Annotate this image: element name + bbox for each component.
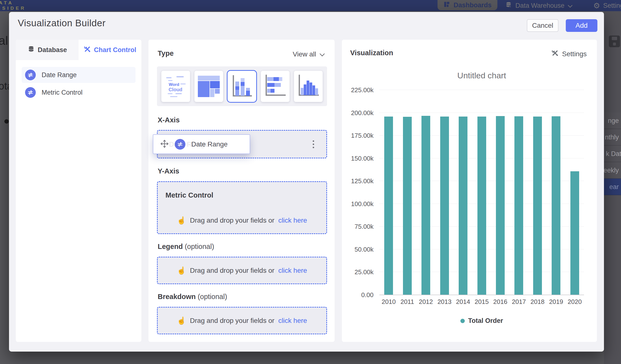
svg-text:Cloud: Cloud: [169, 87, 183, 92]
click-here-link[interactable]: click here: [278, 217, 307, 224]
panel-tabs: Database Chart Control: [16, 40, 141, 60]
chart-type-histogram[interactable]: [294, 71, 323, 102]
click-here-link[interactable]: click here: [278, 317, 307, 325]
chart-type-treemap[interactable]: [194, 71, 223, 102]
breakdown-dropzone[interactable]: ☝ Drag and drop your fields or click her…: [157, 307, 327, 334]
y-axis-label: Y-Axis: [158, 167, 179, 175]
y-axis-tick: 75.00k: [347, 223, 374, 230]
chart-title: Untitled chart: [379, 71, 584, 80]
chart-bar: [403, 117, 412, 295]
drop-hint: ☝ Drag and drop your fields or click her…: [158, 216, 326, 225]
legend-section-label: Legend (optional): [158, 243, 214, 251]
drop-hint: ☝ Drag and drop your fields or click her…: [177, 316, 307, 325]
tools-icon: [84, 46, 91, 54]
y-axis-zone-title: Metric Control: [165, 191, 213, 199]
drop-hint: ☝ Drag and drop your fields or click her…: [177, 266, 307, 275]
click-here-link[interactable]: click here: [278, 267, 307, 275]
gridline: [379, 90, 584, 90]
legend-label: Total Order: [468, 317, 503, 325]
background-text-fragment: al: [0, 34, 8, 48]
dashboard-grid-icon: [443, 1, 450, 10]
x-axis-tick: 2020: [564, 298, 586, 306]
chart-type-stacked-column[interactable]: [227, 71, 256, 102]
chart-bar: [533, 117, 542, 295]
nav-data-warehouse[interactable]: Data Warehouse: [505, 0, 572, 11]
chart-bar: [421, 116, 430, 295]
settings-button[interactable]: Settings: [552, 49, 587, 58]
modal-title: Visualization Builder: [18, 18, 106, 29]
background-dropdown-item[interactable]: k Date: [604, 145, 621, 162]
fields-panel: Database Chart Control Date Range: [16, 40, 141, 342]
move-icon: [160, 139, 169, 150]
gridline: [379, 113, 584, 113]
chart-type-stacked-bar[interactable]: [261, 71, 290, 102]
app-logo: DATA INSIDER: [0, 0, 26, 11]
field-chip-date-range[interactable]: Date Range Date Range: [153, 134, 250, 154]
background-bullet: [4, 119, 9, 124]
visualization-header: Visualization: [350, 49, 393, 57]
top-nav: DATA INSIDER Dashboards Data Warehouse ⚙…: [0, 0, 621, 11]
database-icon: [505, 1, 512, 10]
background-dropdown: ngenthlyk Dateeeklyear: [604, 112, 621, 195]
x-axis-line: [379, 295, 584, 295]
chart-bar: [459, 117, 467, 295]
tap-icon: ☝: [177, 266, 186, 275]
background-dropdown-item[interactable]: nge: [604, 112, 621, 129]
add-button[interactable]: Add: [566, 19, 597, 32]
chart-builder-panel: Type View all Word Cloud: [148, 40, 335, 342]
chart-type-word-cloud[interactable]: Word Cloud: [161, 71, 190, 102]
y-axis-tick: 225.00k: [347, 86, 374, 94]
chart-bar: [570, 171, 579, 295]
field-label: Date Range: [42, 71, 77, 79]
nav-dashboards[interactable]: Dashboards: [437, 0, 497, 10]
y-axis-tick: 125.00k: [347, 177, 374, 185]
type-label: Type: [158, 49, 174, 57]
field-list: Date Range Metric Control: [16, 67, 141, 102]
y-axis-dropzone[interactable]: Metric Control ☝ Drag and drop your fiel…: [157, 181, 327, 234]
legend-dot: [460, 319, 465, 323]
tab-database[interactable]: Database: [16, 40, 79, 60]
bar-chart-plot: 0.0025.00k50.00k75.00k100.00k125.00k150.…: [379, 90, 584, 295]
y-axis-tick: 175.00k: [347, 132, 374, 139]
screen: DATA INSIDER Dashboards Data Warehouse ⚙…: [0, 0, 621, 364]
field-row[interactable]: Metric Control: [22, 85, 136, 101]
sliders-icon: [25, 69, 36, 80]
background-dropdown-item[interactable]: eekly: [604, 162, 621, 179]
breakdown-section-label: Breakdown (optional): [158, 293, 227, 301]
chevron-down-icon: [568, 2, 572, 10]
tap-icon: ☝: [177, 316, 186, 325]
chart-bar: [384, 117, 393, 295]
visualization-panel: Visualization Settings Untitled chart 0.…: [342, 40, 597, 342]
y-axis-tick: 200.00k: [347, 109, 374, 117]
gear-icon: ⚙: [593, 2, 600, 10]
cancel-button[interactable]: Cancel: [527, 19, 558, 32]
kebab-menu-icon[interactable]: [311, 139, 316, 150]
tap-icon: ☝: [177, 216, 186, 225]
chart-bar: [552, 116, 560, 295]
chart-bar: [496, 116, 505, 295]
y-axis-tick: 0.00: [347, 291, 374, 299]
chip-ghost-text: Date Range: [169, 140, 209, 148]
y-axis-tick: 100.00k: [347, 200, 374, 208]
field-row[interactable]: Date Range: [22, 67, 136, 83]
x-axis-label: X-Axis: [158, 116, 180, 124]
background-dropdown-item[interactable]: ear: [604, 179, 621, 195]
legend-dropzone[interactable]: ☝ Drag and drop your fields or click her…: [157, 257, 327, 284]
nav-settings[interactable]: ⚙ Settings: [593, 0, 621, 11]
chart-bar: [440, 117, 449, 295]
chart-bar: [477, 117, 486, 295]
chart-type-strip: Word Cloud: [157, 67, 327, 106]
chart-bar: [514, 116, 523, 295]
y-axis-tick: 50.00k: [347, 246, 374, 253]
background-dropdown-item[interactable]: nthly: [604, 129, 621, 145]
database-icon: [28, 46, 35, 54]
svg-text:Word: Word: [169, 82, 179, 87]
visualization-builder-modal: Visualization Builder Cancel Add Databas…: [9, 12, 604, 352]
y-axis-tick: 150.00k: [347, 155, 374, 162]
view-all-button[interactable]: View all: [293, 50, 325, 58]
save-icon: [609, 35, 620, 47]
tab-chart-control[interactable]: Chart Control: [79, 40, 141, 60]
chevron-down-icon: [320, 50, 325, 58]
sliders-icon: [25, 87, 36, 98]
field-label: Metric Control: [42, 89, 83, 96]
